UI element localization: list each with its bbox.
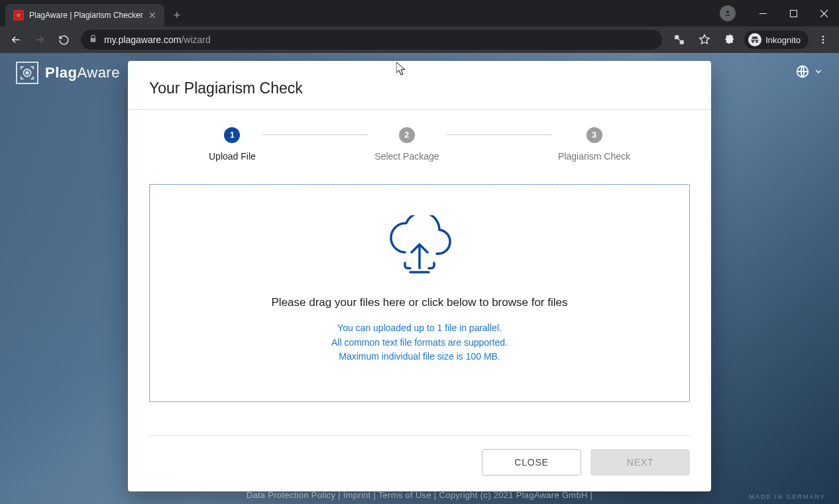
made-in-germany: MADE IN GERMANY xyxy=(749,493,826,500)
page-viewport: PlagAware Your Plagiarism Check 1 Upload… xyxy=(0,53,839,504)
brand-logo[interactable]: PlagAware xyxy=(16,62,120,84)
divider xyxy=(128,109,711,110)
step-number: 2 xyxy=(399,127,415,143)
browser-tab[interactable]: PlagAware | Plagiarism Checker ✕ xyxy=(5,4,164,26)
incognito-icon xyxy=(748,33,761,46)
svg-point-7 xyxy=(822,36,824,38)
card-actions: CLOSE NEXT xyxy=(149,449,690,476)
file-dropzone[interactable]: Please drag your files here or click bel… xyxy=(149,184,690,402)
step-label: Upload File xyxy=(209,151,256,162)
card-title: Your Plagiarism Check xyxy=(149,79,690,97)
close-button[interactable]: CLOSE xyxy=(482,449,581,476)
language-switcher[interactable] xyxy=(795,64,823,81)
svg-point-9 xyxy=(822,42,824,44)
chevron-down-icon xyxy=(814,67,823,79)
dropzone-hint: You can uploaded up to 1 file in paralle… xyxy=(163,321,676,364)
incognito-badge[interactable]: Inkognito xyxy=(744,30,809,49)
nav-reload-icon[interactable] xyxy=(53,29,74,50)
svg-point-8 xyxy=(822,39,824,41)
svg-point-2 xyxy=(726,11,729,13)
brand-mark-icon xyxy=(16,62,38,84)
nav-back-icon[interactable] xyxy=(5,29,27,50)
wizard-card: Your Plagiarism Check 1 Upload File 2 Se… xyxy=(128,61,711,491)
step-number: 3 xyxy=(587,127,602,143)
address-url: my.plagaware.com/wizard xyxy=(104,34,211,45)
globe-icon xyxy=(795,64,810,81)
tab-favicon xyxy=(13,10,24,21)
svg-rect-4 xyxy=(790,10,797,17)
profile-avatar-icon[interactable] xyxy=(720,5,736,21)
window-minimize-icon[interactable] xyxy=(748,3,778,23)
bookmark-star-icon[interactable] xyxy=(694,29,715,50)
extensions-icon[interactable] xyxy=(719,29,740,50)
next-button: NEXT xyxy=(590,449,690,476)
step-upload[interactable]: 1 Upload File xyxy=(202,127,262,162)
brand-name: PlagAware xyxy=(45,64,120,81)
new-tab-button[interactable]: + xyxy=(164,4,190,26)
cloud-upload-icon xyxy=(163,215,676,281)
step-label: Select Package xyxy=(374,151,439,162)
step-package[interactable]: 2 Select Package xyxy=(368,127,445,162)
stepper: 1 Upload File 2 Select Package 3 Plagiar… xyxy=(202,127,637,162)
address-bar[interactable]: my.plagaware.com/wizard xyxy=(81,30,662,50)
tab-title: PlagAware | Plagiarism Checker xyxy=(29,11,143,20)
incognito-label: Inkognito xyxy=(765,35,801,45)
window-close-icon[interactable] xyxy=(809,3,839,23)
tab-close-icon[interactable]: ✕ xyxy=(148,10,156,21)
svg-point-1 xyxy=(17,13,21,17)
browser-menu-icon[interactable] xyxy=(812,29,834,50)
dropzone-instruction: Please drag your files here or click bel… xyxy=(163,296,676,309)
svg-point-11 xyxy=(26,72,28,74)
page-footer: Data Protection Policy | Imprint | Terms… xyxy=(0,490,839,500)
browser-toolbar: my.plagaware.com/wizard Inkognito xyxy=(0,26,839,53)
lock-icon xyxy=(89,34,97,45)
step-check[interactable]: 3 Plagiarism Check xyxy=(551,127,637,162)
nav-forward-icon[interactable] xyxy=(29,29,50,50)
translate-icon[interactable] xyxy=(669,29,690,50)
window-maximize-icon[interactable] xyxy=(778,3,809,23)
browser-tab-strip: PlagAware | Plagiarism Checker ✕ + xyxy=(0,0,839,26)
step-label: Plagiarism Check xyxy=(558,151,630,162)
step-number: 1 xyxy=(224,127,240,143)
divider xyxy=(149,435,690,436)
